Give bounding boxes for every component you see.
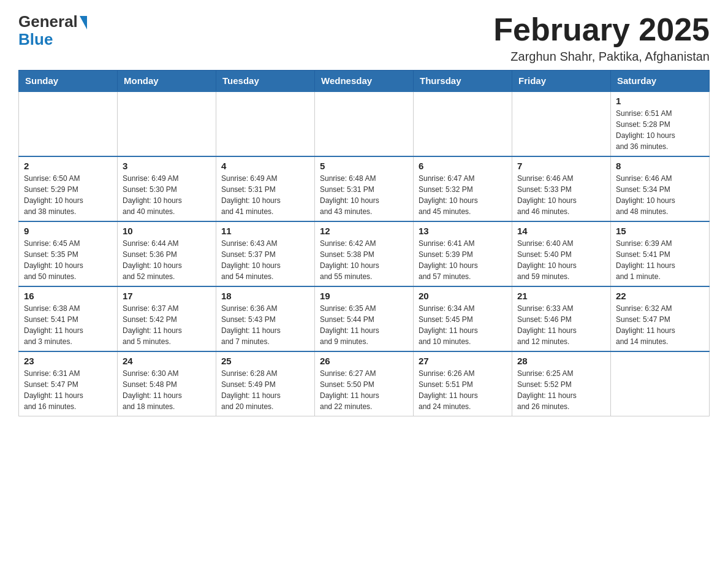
day-number: 8	[616, 161, 704, 171]
weekday-header: Wednesday	[315, 71, 414, 92]
day-number: 22	[616, 291, 704, 301]
day-info: Sunrise: 6:42 AMSunset: 5:38 PMDaylight:…	[320, 238, 408, 282]
day-info: Sunrise: 6:28 AMSunset: 5:49 PMDaylight:…	[221, 368, 309, 412]
day-info: Sunrise: 6:47 AMSunset: 5:32 PMDaylight:…	[419, 173, 507, 217]
day-info: Sunrise: 6:46 AMSunset: 5:34 PMDaylight:…	[616, 173, 704, 217]
calendar-day-cell: 22Sunrise: 6:32 AMSunset: 5:47 PMDayligh…	[611, 286, 710, 351]
calendar-day-cell	[414, 91, 512, 156]
day-info: Sunrise: 6:49 AMSunset: 5:31 PMDaylight:…	[221, 173, 309, 217]
day-number: 16	[24, 291, 112, 301]
day-number: 2	[24, 161, 112, 171]
day-number: 15	[616, 226, 704, 236]
calendar-week-row: 9Sunrise: 6:45 AMSunset: 5:35 PMDaylight…	[19, 221, 710, 286]
calendar-day-cell	[315, 91, 414, 156]
day-number: 25	[221, 356, 309, 366]
calendar-day-cell: 26Sunrise: 6:27 AMSunset: 5:50 PMDayligh…	[315, 351, 414, 416]
day-info: Sunrise: 6:35 AMSunset: 5:44 PMDaylight:…	[320, 303, 408, 347]
day-info: Sunrise: 6:32 AMSunset: 5:47 PMDaylight:…	[616, 303, 704, 347]
day-info: Sunrise: 6:40 AMSunset: 5:40 PMDaylight:…	[517, 238, 605, 282]
calendar-day-cell	[611, 351, 710, 416]
day-info: Sunrise: 6:27 AMSunset: 5:50 PMDaylight:…	[320, 368, 408, 412]
calendar-day-cell: 16Sunrise: 6:38 AMSunset: 5:41 PMDayligh…	[19, 286, 118, 351]
day-number: 14	[517, 226, 605, 236]
calendar-day-cell: 17Sunrise: 6:37 AMSunset: 5:42 PMDayligh…	[118, 286, 216, 351]
day-number: 19	[320, 291, 408, 301]
calendar-day-cell: 24Sunrise: 6:30 AMSunset: 5:48 PMDayligh…	[118, 351, 216, 416]
calendar-day-cell: 27Sunrise: 6:26 AMSunset: 5:51 PMDayligh…	[414, 351, 512, 416]
calendar-day-cell: 8Sunrise: 6:46 AMSunset: 5:34 PMDaylight…	[611, 156, 710, 221]
calendar-day-cell: 6Sunrise: 6:47 AMSunset: 5:32 PMDaylight…	[414, 156, 512, 221]
day-number: 7	[517, 161, 605, 171]
day-info: Sunrise: 6:30 AMSunset: 5:48 PMDaylight:…	[123, 368, 211, 412]
calendar-day-cell: 2Sunrise: 6:50 AMSunset: 5:29 PMDaylight…	[19, 156, 118, 221]
calendar-day-cell: 15Sunrise: 6:39 AMSunset: 5:41 PMDayligh…	[611, 221, 710, 286]
day-number: 17	[123, 291, 211, 301]
day-info: Sunrise: 6:48 AMSunset: 5:31 PMDaylight:…	[320, 173, 408, 217]
day-number: 23	[24, 356, 112, 366]
day-info: Sunrise: 6:50 AMSunset: 5:29 PMDaylight:…	[24, 173, 112, 217]
day-number: 6	[419, 161, 507, 171]
calendar-day-cell: 7Sunrise: 6:46 AMSunset: 5:33 PMDaylight…	[512, 156, 611, 221]
calendar-day-cell	[216, 91, 315, 156]
day-info: Sunrise: 6:36 AMSunset: 5:43 PMDaylight:…	[221, 303, 309, 347]
calendar-day-cell	[19, 91, 118, 156]
calendar-body: 1Sunrise: 6:51 AMSunset: 5:28 PMDaylight…	[19, 91, 710, 416]
day-number: 24	[123, 356, 211, 366]
calendar-header-row: SundayMondayTuesdayWednesdayThursdayFrid…	[19, 71, 710, 92]
weekday-header: Tuesday	[216, 71, 315, 92]
day-number: 9	[24, 226, 112, 236]
calendar-day-cell: 25Sunrise: 6:28 AMSunset: 5:49 PMDayligh…	[216, 351, 315, 416]
day-info: Sunrise: 6:39 AMSunset: 5:41 PMDaylight:…	[616, 238, 704, 282]
calendar-day-cell: 3Sunrise: 6:49 AMSunset: 5:30 PMDaylight…	[118, 156, 216, 221]
logo-triangle-icon	[80, 16, 87, 29]
calendar-day-cell: 11Sunrise: 6:43 AMSunset: 5:37 PMDayligh…	[216, 221, 315, 286]
calendar-day-cell: 21Sunrise: 6:33 AMSunset: 5:46 PMDayligh…	[512, 286, 611, 351]
day-info: Sunrise: 6:46 AMSunset: 5:33 PMDaylight:…	[517, 173, 605, 217]
weekday-header: Thursday	[414, 71, 512, 92]
calendar-subtitle: Zarghun Shahr, Paktika, Afghanistan	[493, 50, 710, 64]
calendar-day-cell: 12Sunrise: 6:42 AMSunset: 5:38 PMDayligh…	[315, 221, 414, 286]
day-number: 28	[517, 356, 605, 366]
calendar-day-cell: 18Sunrise: 6:36 AMSunset: 5:43 PMDayligh…	[216, 286, 315, 351]
day-info: Sunrise: 6:43 AMSunset: 5:37 PMDaylight:…	[221, 238, 309, 282]
calendar-day-cell: 19Sunrise: 6:35 AMSunset: 5:44 PMDayligh…	[315, 286, 414, 351]
page-header: General Blue February 2025 Zarghun Shahr…	[18, 12, 710, 64]
calendar-week-row: 23Sunrise: 6:31 AMSunset: 5:47 PMDayligh…	[19, 351, 710, 416]
weekday-header: Friday	[512, 71, 611, 92]
logo-blue-text: Blue	[18, 30, 53, 49]
day-number: 4	[221, 161, 309, 171]
weekday-header: Sunday	[19, 71, 118, 92]
weekday-header: Monday	[118, 71, 216, 92]
calendar-week-row: 16Sunrise: 6:38 AMSunset: 5:41 PMDayligh…	[19, 286, 710, 351]
day-number: 26	[320, 356, 408, 366]
day-info: Sunrise: 6:41 AMSunset: 5:39 PMDaylight:…	[419, 238, 507, 282]
calendar-table: SundayMondayTuesdayWednesdayThursdayFrid…	[18, 70, 710, 416]
calendar-day-cell: 1Sunrise: 6:51 AMSunset: 5:28 PMDaylight…	[611, 91, 710, 156]
weekday-header: Saturday	[611, 71, 710, 92]
day-number: 11	[221, 226, 309, 236]
day-number: 18	[221, 291, 309, 301]
title-block: February 2025 Zarghun Shahr, Paktika, Af…	[493, 12, 710, 64]
day-number: 12	[320, 226, 408, 236]
day-info: Sunrise: 6:37 AMSunset: 5:42 PMDaylight:…	[123, 303, 211, 347]
calendar-day-cell: 20Sunrise: 6:34 AMSunset: 5:45 PMDayligh…	[414, 286, 512, 351]
day-info: Sunrise: 6:25 AMSunset: 5:52 PMDaylight:…	[517, 368, 605, 412]
calendar-day-cell: 23Sunrise: 6:31 AMSunset: 5:47 PMDayligh…	[19, 351, 118, 416]
day-info: Sunrise: 6:45 AMSunset: 5:35 PMDaylight:…	[24, 238, 112, 282]
day-number: 3	[123, 161, 211, 171]
day-number: 13	[419, 226, 507, 236]
day-info: Sunrise: 6:51 AMSunset: 5:28 PMDaylight:…	[616, 108, 704, 152]
calendar-day-cell: 9Sunrise: 6:45 AMSunset: 5:35 PMDaylight…	[19, 221, 118, 286]
calendar-day-cell	[512, 91, 611, 156]
calendar-day-cell: 10Sunrise: 6:44 AMSunset: 5:36 PMDayligh…	[118, 221, 216, 286]
calendar-week-row: 1Sunrise: 6:51 AMSunset: 5:28 PMDaylight…	[19, 91, 710, 156]
calendar-day-cell: 4Sunrise: 6:49 AMSunset: 5:31 PMDaylight…	[216, 156, 315, 221]
calendar-day-cell: 5Sunrise: 6:48 AMSunset: 5:31 PMDaylight…	[315, 156, 414, 221]
calendar-title: February 2025	[493, 12, 710, 47]
calendar-day-cell: 13Sunrise: 6:41 AMSunset: 5:39 PMDayligh…	[414, 221, 512, 286]
day-info: Sunrise: 6:26 AMSunset: 5:51 PMDaylight:…	[419, 368, 507, 412]
calendar-day-cell: 28Sunrise: 6:25 AMSunset: 5:52 PMDayligh…	[512, 351, 611, 416]
day-info: Sunrise: 6:49 AMSunset: 5:30 PMDaylight:…	[123, 173, 211, 217]
logo-general-text: General	[18, 12, 78, 31]
day-number: 5	[320, 161, 408, 171]
